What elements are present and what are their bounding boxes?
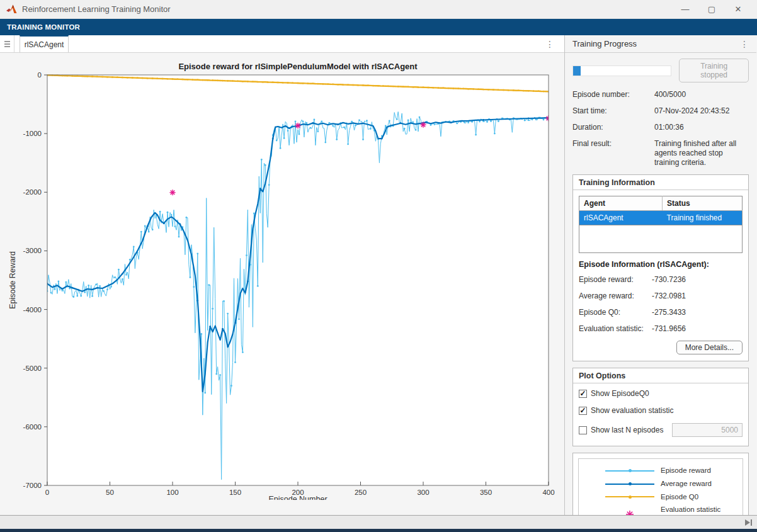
status-bar	[0, 515, 757, 532]
legend-asterisk-sample	[605, 509, 654, 515]
field-value: -732.0981	[652, 291, 686, 300]
checkbox-checked[interactable]: ✓	[579, 390, 587, 398]
info-field: Episode number:400/5000	[572, 90, 749, 99]
tab-label: rlSACAgent	[25, 40, 64, 49]
expand-panel-icon[interactable]	[745, 519, 752, 526]
info-field: Final result:Training finished after all…	[572, 139, 749, 167]
info-field: Start time:07-Nov-2024 20:43:52	[572, 106, 749, 116]
tab-rlsacagent[interactable]: rlSACAgent	[20, 35, 69, 52]
app-window: Reinforcement Learning Training Monitor …	[0, 0, 757, 532]
field-label: Episode number:	[572, 90, 654, 99]
agent-status-cell: Training finished	[663, 211, 743, 225]
training-progress-panel: Training Progress ⋮ Training stopped Epi…	[565, 35, 756, 515]
section-title: Plot Options	[573, 368, 748, 383]
agent-table-row[interactable]: rlSACAgentTraining finished	[579, 211, 743, 225]
legend-label: Episode Q0	[661, 493, 698, 502]
info-field: Average reward:-732.0981	[579, 291, 743, 300]
training-information-section: Training Information Agent Status rlSACA…	[572, 174, 749, 361]
toolstrip-label: TRAINING MONITOR	[7, 23, 80, 31]
checkbox-label: Show evaluation statistic	[591, 406, 673, 415]
tab-actions-icon[interactable]: ⋮	[545, 35, 554, 52]
svg-text:400: 400	[542, 489, 554, 496]
info-field: Evaluation statistic:-731.9656	[579, 324, 743, 333]
legend-line-sample	[605, 484, 654, 485]
svg-text:150: 150	[229, 489, 241, 496]
progress-fields: Episode number:400/5000Start time:07-Nov…	[572, 90, 749, 167]
svg-text:Episode reward for rlSimplePen: Episode reward for rlSimplePendulumModel…	[178, 62, 418, 71]
column-header-agent: Agent	[579, 196, 663, 211]
field-label: Start time:	[572, 106, 654, 116]
svg-text:0: 0	[45, 489, 49, 496]
field-value: -731.9656	[652, 324, 686, 333]
legend-entry: Evaluation statistic(MeanEpisodeReward)	[581, 506, 740, 515]
panel-title: Training Progress	[572, 39, 740, 48]
minimize-button[interactable]: —	[673, 1, 698, 18]
field-value: -275.3433	[652, 308, 686, 317]
legend-label: Average reward	[661, 480, 712, 489]
plot-options-section: Plot Options ✓Show EpisodeQ0✓Show evalua…	[572, 368, 749, 446]
info-field: Episode Q0:-275.3433	[579, 308, 743, 317]
checkbox-label: Show last N episodes	[591, 426, 663, 434]
svg-text:-1000: -1000	[23, 130, 42, 137]
close-button[interactable]: ✕	[726, 1, 751, 18]
svg-text:-3000: -3000	[23, 247, 42, 254]
svg-text:250: 250	[355, 489, 367, 496]
field-label: Evaluation statistic:	[579, 324, 652, 333]
svg-text:-5000: -5000	[23, 365, 42, 372]
field-value: Training finished after all agents reach…	[654, 139, 749, 167]
info-field: Duration:01:00:36	[572, 123, 749, 132]
field-label: Final result:	[572, 139, 654, 167]
matlab-logo-icon	[6, 4, 17, 14]
maximize-button[interactable]: ▢	[699, 1, 724, 18]
checkbox-label: Show EpisodeQ0	[591, 389, 649, 398]
episode-info-fields: Episode reward:-730.7236Average reward:-…	[579, 275, 743, 333]
legend-entry: Episode Q0	[581, 493, 740, 502]
svg-text:-7000: -7000	[23, 482, 42, 489]
field-label: Episode Q0:	[579, 308, 652, 317]
legend-line-sample	[605, 496, 654, 497]
panel-toggle-icon[interactable]	[0, 35, 14, 52]
panel-actions-icon[interactable]: ⋮	[740, 39, 749, 49]
legend-section: Episode rewardAverage rewardEpisode Q0Ev…	[572, 453, 749, 515]
field-value: 07-Nov-2024 20:43:52	[654, 106, 749, 116]
training-stopped-button[interactable]: Training stopped	[679, 59, 749, 82]
svg-text:Episode Reward: Episode Reward	[8, 251, 17, 309]
training-plot-figure: Episode reward for rlSimplePendulumModel…	[0, 53, 564, 515]
info-field: Episode reward:-730.7236	[579, 275, 743, 284]
agents-table: Agent Status rlSACAgentTraining finished	[579, 196, 743, 225]
plot-option-row: Show last N episodes	[579, 423, 743, 437]
svg-text:200: 200	[292, 489, 304, 496]
svg-text:-4000: -4000	[23, 306, 42, 314]
toolstrip-tab-training-monitor[interactable]: TRAINING MONITOR	[0, 19, 757, 35]
section-title: Training Information	[573, 175, 748, 190]
more-details-button[interactable]: More Details...	[676, 341, 743, 354]
svg-text:0: 0	[38, 71, 42, 79]
last-n-episodes-input[interactable]	[672, 423, 743, 437]
table-empty-area	[579, 225, 743, 253]
checkbox-checked[interactable]: ✓	[579, 407, 587, 415]
plot-legend: Episode rewardAverage rewardEpisode Q0Ev…	[578, 458, 743, 515]
title-bar: Reinforcement Learning Training Monitor …	[0, 0, 757, 19]
legend-entry: Average reward	[581, 480, 740, 489]
svg-text:100: 100	[166, 489, 178, 496]
legend-label: Evaluation statistic(MeanEpisodeReward)	[661, 506, 735, 515]
svg-text:-6000: -6000	[23, 423, 42, 431]
legend-entry: Episode reward	[581, 467, 740, 475]
field-value: -730.7236	[652, 275, 686, 284]
svg-text:-2000: -2000	[23, 188, 42, 196]
legend-label: Episode reward	[661, 467, 711, 475]
field-label: Duration:	[572, 123, 654, 132]
window-title: Reinforcement Learning Training Monitor	[22, 4, 673, 14]
training-progress-bar	[572, 65, 671, 76]
field-label: Average reward:	[579, 291, 652, 300]
checkbox-unchecked[interactable]	[579, 426, 587, 434]
svg-text:300: 300	[417, 489, 429, 496]
field-value: 400/5000	[654, 90, 749, 99]
agent-name-cell: rlSACAgent	[579, 211, 663, 225]
plot-option-row: ✓Show EpisodeQ0	[579, 389, 743, 398]
field-value: 01:00:36	[654, 123, 749, 132]
svg-text:350: 350	[480, 489, 492, 496]
document-tab-strip: rlSACAgent ⋮	[0, 35, 564, 53]
svg-text:50: 50	[106, 489, 114, 496]
episode-info-title: Episode Information (rlSACAgent):	[579, 260, 743, 269]
